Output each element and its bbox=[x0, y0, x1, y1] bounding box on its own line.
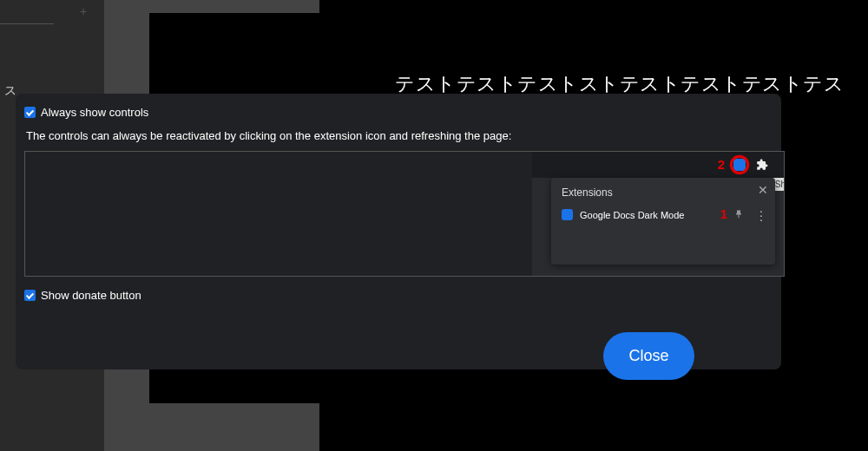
extension-row-icon bbox=[562, 209, 573, 220]
controls-hint-text: The controls can always be reactivated b… bbox=[26, 129, 773, 142]
illustration-box: 2 Sh ✕ Extensions Google Docs Dark Mode … bbox=[24, 151, 785, 277]
doc-margin bbox=[149, 403, 319, 451]
illustration-screenshot: 2 Sh ✕ Extensions Google Docs Dark Mode … bbox=[532, 152, 784, 277]
close-button[interactable]: Close bbox=[603, 332, 694, 380]
annotation-number-1: 1 bbox=[720, 206, 727, 221]
pin-icon[interactable] bbox=[733, 209, 744, 219]
sidebar-overflow-char: ス bbox=[4, 83, 16, 99]
extension-toolbar-icon bbox=[733, 159, 746, 171]
always-show-controls-checkbox[interactable] bbox=[24, 107, 36, 118]
add-tab-icon[interactable]: + bbox=[80, 4, 87, 18]
show-donate-label: Show donate button bbox=[41, 289, 141, 302]
extensions-puzzle-icon bbox=[756, 159, 768, 171]
more-options-icon[interactable]: ··· bbox=[760, 209, 763, 222]
extension-row-name: Google Docs Dark Mode bbox=[580, 210, 684, 220]
show-donate-row[interactable]: Show donate button bbox=[24, 289, 773, 302]
doc-margin bbox=[149, 0, 319, 13]
annotation-number-2: 2 bbox=[718, 157, 725, 172]
close-icon[interactable]: ✕ bbox=[758, 183, 768, 197]
extensions-popup-title: Extensions bbox=[562, 186, 765, 199]
settings-modal: Always show controls The controls can al… bbox=[16, 94, 781, 369]
sidebar-divider bbox=[0, 23, 54, 24]
always-show-controls-row[interactable]: Always show controls bbox=[24, 106, 773, 119]
always-show-controls-label: Always show controls bbox=[41, 106, 148, 119]
show-donate-checkbox[interactable] bbox=[24, 290, 36, 301]
extensions-popup: ✕ Extensions Google Docs Dark Mode 1 ··· bbox=[551, 178, 775, 265]
